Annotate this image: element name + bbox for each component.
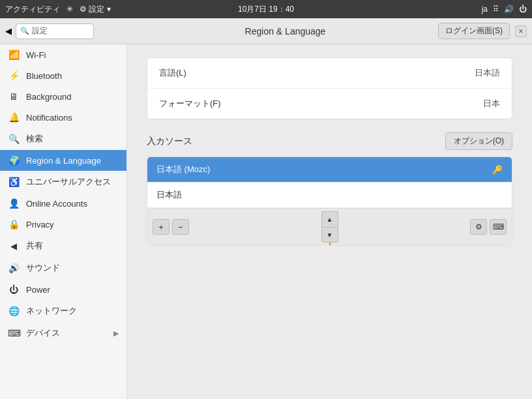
language-format-card: 言語(L) 日本語 フォーマット(F) 日本 <box>147 57 512 119</box>
input-source-mozc[interactable]: 日本語 (Mozc) 🔑 <box>147 157 512 183</box>
sidebar-item-label: 共有 <box>26 240 43 252</box>
volume-icon[interactable]: 🔊 <box>504 5 514 14</box>
wifi-icon: 📶 <box>8 50 20 60</box>
universal-icon: ♿ <box>8 177 20 187</box>
main-panel: 言語(L) 日本語 フォーマット(F) 日本 入カソース オプション(O) 日本… <box>127 44 532 399</box>
sidebar-item-label: 検索 <box>26 133 43 145</box>
sidebar-item-region[interactable]: 🌍 Region & Language <box>0 150 126 171</box>
search-icon: 🔍 <box>20 27 29 35</box>
input-sources-header: 入カソース オプション(O) <box>147 132 512 150</box>
sidebar-item-label: Online Accounts <box>26 199 87 209</box>
sound-icon: 🔊 <box>8 263 20 273</box>
sidebar-item-privacy[interactable]: 🔒 Privacy <box>0 214 126 235</box>
updown-buttons: ▲ ▼ <box>321 211 338 243</box>
sidebar-item-label: Bluetooth <box>26 71 62 81</box>
search-label[interactable]: 設定 <box>32 25 48 37</box>
sidebar-item-share[interactable]: ◀ 共有 <box>0 235 126 257</box>
chevron-right-icon: ▶ <box>113 329 119 338</box>
toolbar-left: + − <box>153 219 189 235</box>
sidebar-item-label: デバイス <box>26 327 60 339</box>
sidebar-item-devices[interactable]: ⌨ デバイス ▶ <box>0 322 126 344</box>
sidebar-item-label: ネットワーク <box>26 305 77 317</box>
power-sidebar-icon: ⏻ <box>8 284 20 295</box>
sidebar-item-notifications[interactable]: 🔔 Notifications <box>0 107 126 128</box>
input-sources-toolbar: + − ▲ ▼ <box>147 208 512 245</box>
sidebar-item-label: Notifications <box>26 113 72 123</box>
sidebar-item-search[interactable]: 🔍 検索 <box>0 128 126 150</box>
language-row[interactable]: 言語(L) 日本語 <box>147 58 512 89</box>
options-button[interactable]: オプション(O) <box>445 132 512 150</box>
sidebar-item-label: Wi-Fi <box>26 50 46 60</box>
sidebar-item-label: ユニバーサルアクセス <box>26 176 111 188</box>
add-source-button[interactable]: + <box>153 219 170 235</box>
titlebar-left: ◀ 🔍 設定 <box>5 23 132 39</box>
remove-source-button[interactable]: − <box>172 219 189 235</box>
toolbar-right: ⚙ ⌨ <box>470 219 507 235</box>
sidebar-item-online[interactable]: 👤 Online Accounts <box>0 193 126 214</box>
region-icon: 🌍 <box>8 155 20 166</box>
move-up-button[interactable]: ▲ <box>321 211 338 227</box>
topbar: アクティビティ ✳ ⚙ 設定 ▾ 10月7日 19：40 ja ⠿ 🔊 ⏻ <box>0 0 532 18</box>
online-icon: 👤 <box>8 198 20 209</box>
power-icon[interactable]: ⏻ <box>519 5 527 14</box>
sidebar-item-power[interactable]: ⏻ Power <box>0 279 126 300</box>
keyboard-layout-button[interactable]: ⌨ <box>490 219 507 235</box>
format-label: フォーマット(F) <box>159 98 221 110</box>
mozc-icon: 🔑 <box>492 165 503 175</box>
network-topbar-icon: ⠿ <box>493 5 499 14</box>
sidebar-item-universal[interactable]: ♿ ユニバーサルアクセス <box>0 171 126 193</box>
input-sources-card: 日本語 (Mozc) 🔑 日本語 + − ▲ <box>147 156 512 246</box>
login-screen-button[interactable]: ログイン画面(S) <box>438 23 510 39</box>
share-icon: ◀ <box>8 241 20 251</box>
bluetooth-icon: ⚡ <box>8 70 20 81</box>
content: 📶 Wi-Fi ⚡ Bluetooth 🖥 Background 🔔 Notif… <box>0 44 532 399</box>
background-icon: 🖥 <box>8 91 20 102</box>
devices-icon: ⌨ <box>8 328 20 338</box>
sidebar-item-wifi[interactable]: 📶 Wi-Fi <box>0 44 126 65</box>
window: ◀ 🔍 設定 Region & Language ログイン画面(S) × 📶 W… <box>0 18 532 399</box>
sidebar-item-sound[interactable]: 🔊 サウンド <box>0 257 126 279</box>
topbar-left: アクティビティ ✳ ⚙ 設定 ▾ <box>5 4 111 15</box>
sidebar: 📶 Wi-Fi ⚡ Bluetooth 🖥 Background 🔔 Notif… <box>0 44 127 399</box>
titlebar-right: ログイン画面(S) × <box>438 23 527 39</box>
topbar-separator: ✳ <box>66 5 73 14</box>
search-box[interactable]: 🔍 設定 <box>16 23 94 39</box>
format-value: 日本 <box>483 98 500 110</box>
titlebar: ◀ 🔍 設定 Region & Language ログイン画面(S) × <box>0 18 532 44</box>
language-value: 日本語 <box>475 67 500 79</box>
notifications-icon: 🔔 <box>8 112 20 123</box>
back-icon[interactable]: ◀ <box>5 26 12 36</box>
topbar-settings-label[interactable]: ⚙ 設定 ▾ <box>80 4 111 15</box>
search-sidebar-icon: 🔍 <box>8 134 20 144</box>
sidebar-item-label: Privacy <box>26 220 54 229</box>
network-icon: 🌐 <box>8 306 20 316</box>
sidebar-item-label: サウンド <box>26 262 60 274</box>
window-title: Region & Language <box>132 26 438 37</box>
close-button[interactable]: × <box>515 25 527 37</box>
topbar-datetime: 10月7日 19：40 <box>238 4 294 15</box>
format-row[interactable]: フォーマット(F) 日本 <box>147 89 512 119</box>
sidebar-item-label: Background <box>26 92 71 102</box>
mozc-label: 日本語 (Mozc) <box>156 164 210 175</box>
activities-label[interactable]: アクティビティ <box>5 4 60 15</box>
topbar-right: ja ⠿ 🔊 ⏻ <box>482 5 527 14</box>
sidebar-item-label: Region & Language <box>26 156 101 166</box>
input-sources-title: 入カソース <box>147 136 192 147</box>
sidebar-item-label: Power <box>26 285 50 295</box>
reorder-container: ▲ ▼ <box>321 211 338 243</box>
input-source-japanese[interactable]: 日本語 <box>147 183 512 208</box>
sidebar-item-network[interactable]: 🌐 ネットワーク <box>0 300 126 322</box>
sidebar-item-bluetooth[interactable]: ⚡ Bluetooth <box>0 65 126 86</box>
privacy-icon: 🔒 <box>8 219 20 229</box>
move-down-button[interactable]: ▼ <box>321 227 338 243</box>
source-settings-button[interactable]: ⚙ <box>470 219 487 235</box>
japanese-label: 日本語 <box>156 189 182 201</box>
sidebar-item-background[interactable]: 🖥 Background <box>0 86 126 107</box>
language-label: 言語(L) <box>159 67 186 79</box>
lang-icon[interactable]: ja <box>482 5 488 14</box>
